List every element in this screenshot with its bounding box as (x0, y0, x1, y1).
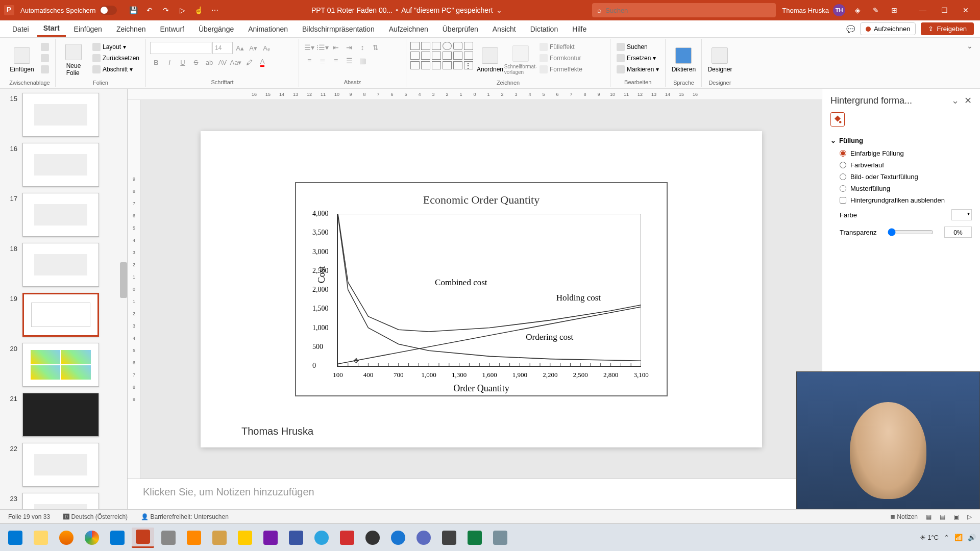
shape-rrect-icon[interactable] (453, 42, 462, 50)
tab-aufzeichnen[interactable]: Aufzeichnen (383, 22, 434, 36)
collapse-ribbon-button[interactable]: ⌄ (964, 39, 976, 87)
thumb-row-23[interactable]: 23 (6, 493, 121, 509)
app14-button[interactable] (336, 528, 358, 548)
tab-dictation[interactable]: Dictation (524, 22, 564, 36)
underline-button[interactable]: U (177, 56, 189, 68)
align-left-button[interactable]: ≡ (303, 55, 315, 66)
quick-styles-button[interactable]: Schnellformat- vorlagen (507, 42, 534, 79)
chevron-down-icon[interactable]: ⌄ (496, 6, 502, 14)
shadow-button[interactable]: ab (203, 56, 215, 68)
tab-hilfe[interactable]: Hilfe (566, 22, 593, 36)
eoq-chart[interactable]: Economic Order Quantity Cost Combined co… (295, 182, 668, 396)
slide-canvas[interactable]: Economic Order Quantity Cost Combined co… (201, 131, 762, 447)
shape-8-icon[interactable] (410, 61, 420, 69)
record-button[interactable]: Aufzeichnen (860, 22, 916, 35)
settings-button[interactable] (438, 528, 460, 548)
search-box[interactable]: ⌕ (592, 3, 776, 17)
tab-zeichnen[interactable]: Zeichnen (110, 22, 152, 36)
indent-inc-button[interactable]: ⇥ (343, 42, 355, 53)
pen-icon[interactable]: ✎ (870, 4, 882, 16)
strike-button[interactable]: S (190, 56, 202, 68)
app15-button[interactable] (361, 528, 384, 548)
paste-button[interactable]: Einfügen (8, 42, 36, 79)
shape-3-icon[interactable] (421, 52, 430, 60)
font-size-input[interactable] (212, 42, 233, 54)
app17-button[interactable] (412, 528, 435, 548)
spacing-button[interactable]: AV (216, 56, 229, 68)
shapes-gallery[interactable]: ⋮ (410, 42, 473, 69)
replace-button[interactable]: Ersetzen ▾ (615, 53, 661, 63)
grow-font-button[interactable]: A▴ (234, 42, 246, 54)
tab-datei[interactable]: Datei (6, 22, 35, 36)
comments-icon[interactable]: 💬 (846, 25, 855, 33)
reset-button[interactable]: Zurücksetzen (90, 53, 141, 63)
hide-graphics-checkbox[interactable]: Hintergrundgrafiken ausblenden (830, 194, 972, 206)
undo-icon[interactable]: ↶ (143, 4, 156, 16)
align-right-button[interactable]: ≡ (330, 55, 342, 66)
columns-button[interactable]: ▥ (356, 55, 369, 66)
slide-author[interactable]: Thomas Hruska (241, 425, 313, 437)
visio-button[interactable] (285, 528, 307, 548)
highlight-button[interactable]: 🖍 (243, 56, 255, 68)
color-picker-button[interactable] (951, 209, 972, 220)
new-slide-button[interactable]: Neue Folie (60, 42, 87, 79)
align-center-button[interactable]: ≣ (316, 55, 329, 66)
copy-button[interactable] (39, 53, 51, 63)
shape-line-icon[interactable] (410, 42, 420, 50)
shape-12-icon[interactable] (453, 61, 462, 69)
shape-11-icon[interactable] (443, 61, 452, 69)
accessibility-status[interactable]: 👤 Barrierefreiheit: Untersuchen (139, 512, 231, 521)
slide-thumbnail[interactable] (22, 243, 99, 287)
system-tray[interactable]: ☀ 1°C ⌃ 📶 🔊 (920, 534, 976, 541)
bullets-button[interactable]: ☰▾ (303, 42, 315, 53)
normal-view-button[interactable]: ▦ (924, 512, 934, 521)
firefox-button[interactable] (55, 528, 78, 548)
autosave-toggle[interactable]: Automatisches Speichern (20, 6, 117, 15)
slide-thumbnail[interactable] (22, 343, 99, 387)
text-direction-button[interactable]: ⇅ (370, 42, 382, 53)
thumb-row-19[interactable]: 19 (6, 293, 121, 337)
shape-5-icon[interactable] (443, 52, 452, 60)
solid-fill-radio[interactable]: Einfarbige Füllung (830, 147, 972, 159)
thumb-row-18[interactable]: 18 (6, 243, 121, 287)
transparency-value[interactable]: 0% (944, 227, 972, 238)
slideshow-icon[interactable]: ▷ (176, 4, 188, 16)
arrange-button[interactable]: Anordnen (476, 42, 504, 79)
close-button[interactable]: ✕ (955, 3, 976, 18)
pattern-fill-radio[interactable]: Musterfüllung (830, 183, 972, 194)
canvas[interactable]: Economic Order Quantity Cost Combined co… (141, 100, 822, 479)
collapse-pane-icon[interactable]: ⌄ (951, 95, 959, 106)
tab-uebergaenge[interactable]: Übergänge (192, 22, 240, 36)
slide-thumbnails[interactable]: 15161718192021222324 (0, 89, 128, 509)
shape-more-icon[interactable]: ⋮ (464, 61, 473, 69)
designer-button[interactable]: Designer (706, 42, 733, 79)
explorer-button[interactable] (30, 528, 52, 548)
close-pane-icon[interactable]: ✕ (964, 95, 972, 106)
notes-toggle[interactable]: ≣ Notizen (888, 512, 920, 521)
weather-widget[interactable]: ☀ 1°C (920, 534, 939, 541)
gradient-fill-radio[interactable]: Farbverlauf (830, 159, 972, 171)
powerpoint-button[interactable] (132, 528, 154, 548)
save-icon[interactable]: 💾 (127, 4, 139, 16)
maximize-button[interactable]: ☐ (934, 3, 954, 18)
tab-animationen[interactable]: Animationen (242, 22, 294, 36)
notes-pane[interactable]: Klicken Sie, um Notizen hinzuzufügen (128, 479, 822, 509)
shape-fill-button[interactable]: Fülleffekt (537, 42, 584, 52)
italic-button[interactable]: I (163, 56, 176, 68)
shape-6-icon[interactable] (453, 52, 462, 60)
slide-thumbnail[interactable] (22, 93, 99, 137)
tab-ueberpruefen[interactable]: Überprüfen (436, 22, 484, 36)
shape-arrow-icon[interactable] (421, 42, 430, 50)
app10-button[interactable] (234, 528, 256, 548)
slide-thumbnail[interactable] (22, 193, 99, 237)
shape-oval-icon[interactable] (443, 42, 452, 50)
minimize-button[interactable]: — (913, 3, 933, 18)
case-button[interactable]: Aa▾ (230, 56, 242, 68)
thumb-row-22[interactable]: 22 (6, 443, 121, 487)
window-icon[interactable]: ⊞ (888, 4, 900, 16)
toggle-switch[interactable] (100, 6, 117, 15)
excel-button[interactable] (463, 528, 486, 548)
search-input[interactable] (605, 7, 771, 14)
thumb-row-15[interactable]: 15 (6, 93, 121, 137)
tray-chevron-icon[interactable]: ⌃ (944, 534, 949, 541)
